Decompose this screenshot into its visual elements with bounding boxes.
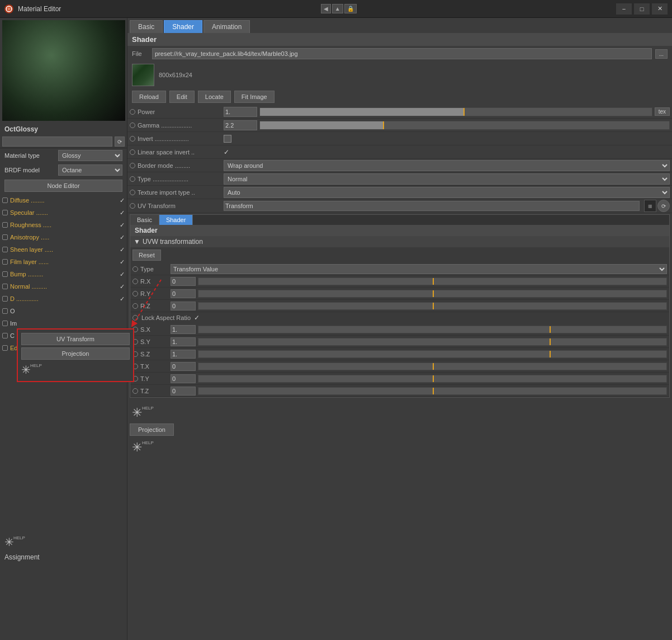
prop-normal-radio[interactable]: [2, 284, 8, 289]
material-preview: [2, 20, 125, 121]
prop-editor-radio[interactable]: [2, 345, 8, 351]
slider-ry-input[interactable]: [171, 289, 196, 298]
field-lsi-label: Linear space invert ..: [138, 149, 221, 156]
window-controls: ◀ ▲ 🔒: [321, 4, 357, 13]
tab-shader[interactable]: Shader: [164, 20, 202, 33]
field-border-radio[interactable]: [130, 163, 135, 168]
prop-normal: Normal ......... ✓: [0, 280, 127, 293]
tab-basic[interactable]: Basic: [130, 20, 163, 33]
prop-bump-radio[interactable]: [2, 271, 8, 277]
slider-sz-input[interactable]: [171, 350, 196, 359]
projection-help-icon-container: ✳ HELP: [132, 406, 152, 421]
slider-ry-bar[interactable]: [198, 290, 667, 298]
prop-film-radio[interactable]: [2, 259, 8, 265]
uvw-type-radio[interactable]: [132, 266, 138, 272]
field-power-radio[interactable]: [130, 109, 135, 115]
reset-btn[interactable]: Reset: [132, 250, 161, 261]
lock-btn[interactable]: 🔒: [344, 4, 357, 13]
slider-rx-bar[interactable]: [198, 277, 667, 285]
slider-tx-input[interactable]: [171, 362, 196, 371]
left-toolbar: ⟳: [0, 135, 127, 148]
field-tit-dropdown[interactable]: Auto: [224, 187, 670, 198]
slider-tz-radio[interactable]: [132, 388, 138, 394]
slider-rx-input[interactable]: [171, 277, 196, 286]
prop-im-radio[interactable]: [2, 321, 8, 326]
uvw-type-dropdown[interactable]: Transform Value: [171, 264, 667, 274]
projection-help-star-icon-2: ✳: [132, 440, 142, 454]
uv-transform-popup-btn[interactable]: UV Transform: [21, 333, 130, 345]
slider-sz-bar[interactable]: [198, 350, 667, 358]
field-power-input[interactable]: [224, 107, 257, 117]
field-invert-checkbox[interactable]: [224, 135, 231, 143]
edit-btn[interactable]: Edit: [169, 91, 195, 103]
slider-tz-input[interactable]: [171, 387, 196, 396]
slider-rz-radio[interactable]: [132, 303, 138, 309]
file-path-input[interactable]: [152, 48, 652, 59]
field-gamma-input[interactable]: [224, 120, 257, 130]
uvt-pattern-icon[interactable]: ▦: [644, 200, 656, 212]
prop-d-radio[interactable]: [2, 296, 8, 302]
slider-ty-input[interactable]: [171, 374, 196, 383]
projection-popup-btn[interactable]: Projection: [21, 347, 130, 360]
field-type-radio[interactable]: [130, 176, 135, 182]
brdf-model-dropdown[interactable]: Octane: [58, 164, 122, 176]
slider-ry: R.Y: [130, 288, 669, 300]
prop-anisotropy: Anisotropy ..... ✓: [0, 231, 127, 243]
slider-rz-input[interactable]: [171, 302, 196, 310]
field-uvt-input[interactable]: [224, 201, 640, 211]
slider-tx-bar[interactable]: [198, 363, 667, 370]
type-row: Type Transform Value: [130, 263, 669, 275]
uvt-refresh-icon[interactable]: ⟳: [657, 200, 670, 212]
file-browse-btn[interactable]: ...: [655, 49, 668, 59]
field-power-tex-btn[interactable]: tex: [655, 107, 670, 116]
slider-rx-radio[interactable]: [132, 279, 138, 284]
filter-input[interactable]: [2, 137, 112, 147]
slider-tz-bar[interactable]: [198, 387, 667, 395]
minimize-btn[interactable]: −: [616, 3, 632, 15]
slider-sx-bar[interactable]: [198, 326, 667, 333]
tab-animation[interactable]: Animation: [204, 20, 250, 33]
slider-sy-input[interactable]: [171, 337, 196, 346]
close-btn[interactable]: ✕: [652, 3, 668, 15]
inner-tab-basic[interactable]: Basic: [130, 215, 159, 225]
prop-diffuse-radio[interactable]: [2, 197, 8, 203]
field-lsi-radio[interactable]: [130, 149, 135, 155]
maximize-btn[interactable]: □: [634, 3, 650, 15]
reload-btn[interactable]: Reload: [132, 91, 166, 103]
prop-film-label: Film layer ......: [10, 258, 117, 265]
field-type-dropdown[interactable]: Normal: [224, 173, 670, 185]
field-invert-radio[interactable]: [130, 136, 135, 142]
field-gamma-slider[interactable]: [259, 121, 670, 130]
field-power-slider[interactable]: [259, 107, 652, 116]
field-uvt-radio[interactable]: [130, 203, 135, 209]
nav-left-btn[interactable]: ◀: [321, 4, 331, 13]
prop-sheen-radio[interactable]: [2, 247, 8, 252]
prop-c-radio[interactable]: [2, 333, 8, 338]
field-border-dropdown[interactable]: Wrap around: [224, 160, 670, 171]
node-editor-btn[interactable]: Node Editor: [4, 180, 122, 192]
projection-btn[interactable]: Projection: [130, 423, 174, 436]
locate-btn[interactable]: Locate: [198, 91, 231, 103]
field-border-mode: Border mode ......... Wrap around: [127, 159, 672, 172]
prop-roughness-radio[interactable]: [2, 222, 8, 228]
slider-sy-bar[interactable]: [198, 338, 667, 346]
lock-aspect-radio[interactable]: [132, 315, 138, 321]
material-type-dropdown[interactable]: Glossy: [58, 150, 122, 161]
inner-tab-shader[interactable]: Shader: [159, 215, 193, 225]
prop-sheen-label: Sheen layer .....: [10, 246, 117, 253]
slider-ty-bar[interactable]: [198, 375, 667, 383]
field-gamma-radio[interactable]: [130, 123, 135, 128]
uvw-collapse-icon[interactable]: ▼: [134, 238, 140, 246]
slider-sx-input[interactable]: [171, 325, 196, 334]
prop-o-radio[interactable]: [2, 308, 8, 314]
prop-anisotropy-radio[interactable]: [2, 234, 8, 240]
slider-ry-radio[interactable]: [132, 291, 138, 297]
prop-specular-radio[interactable]: [2, 210, 8, 215]
nav-up-btn[interactable]: ▲: [332, 4, 343, 13]
material-type-row: Material type Glossy: [0, 148, 127, 163]
field-tit-radio[interactable]: [130, 190, 135, 195]
prop-diffuse: Diffuse ........ ✓: [0, 194, 127, 206]
slider-rz-bar[interactable]: [198, 302, 667, 310]
fit-image-btn[interactable]: Fit Image: [234, 91, 275, 103]
filter-icon[interactable]: ⟳: [115, 137, 125, 147]
